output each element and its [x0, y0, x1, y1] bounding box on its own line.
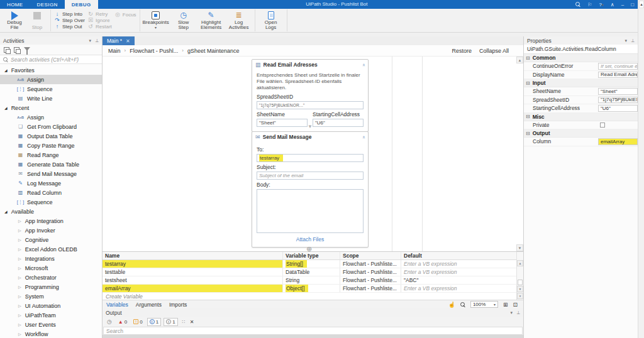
collapse-all-icon[interactable] — [14, 47, 19, 53]
filter-icon[interactable] — [24, 47, 30, 51]
displayname-field[interactable]: Read Email Adresses — [598, 72, 638, 79]
startingcelladdress-field[interactable]: "U6" — [313, 119, 364, 127]
scroll-up-icon[interactable]: ▲ — [517, 260, 523, 266]
panel-pin-icon[interactable]: ⊥ — [95, 38, 99, 43]
activity-tree-item[interactable]: ✎ Log Message — [0, 178, 102, 188]
collapse-all-button[interactable]: Collapse All — [479, 48, 509, 54]
close-tab-icon[interactable]: ✕ — [126, 38, 130, 44]
section-input[interactable]: ⊟Input — [524, 79, 638, 87]
breadcrumb-flowchart[interactable]: Flowchart - Pushl... — [130, 48, 178, 54]
tab-arguments[interactable]: Arguments — [136, 302, 162, 308]
fit-to-screen-icon[interactable]: ⊞ — [503, 302, 508, 308]
tree-section-recent[interactable]: ◢ Recent — [0, 103, 102, 112]
panel-dropdown-icon[interactable]: ▾ — [89, 38, 91, 43]
stop-button[interactable]: Stop — [26, 9, 48, 31]
activity-tree-item[interactable]: ▦ Output Data Table — [0, 131, 102, 141]
activity-tree-item[interactable]: [⋮] Sequence — [0, 84, 102, 94]
activity-category[interactable]: ▷ Orchestrator — [0, 273, 102, 282]
activity-tree-item[interactable]: ✉ Send Mail Message — [0, 169, 102, 178]
slow-step-button[interactable]: ◷ Slow Step — [170, 9, 197, 31]
restart-button[interactable]: ↺Restart — [87, 23, 112, 30]
panel-dropdown-icon[interactable]: ▾ — [625, 38, 627, 43]
activity-category[interactable]: ▷ UI Automation — [0, 301, 102, 310]
canvas-scroll-up-icon[interactable]: ▲ — [516, 57, 523, 63]
tab-main[interactable]: Main * ✕ — [103, 36, 135, 45]
log-activities-button[interactable]: ≣ Log Activities — [225, 9, 253, 31]
ribbon-tab-debug[interactable]: DEBUG — [65, 0, 98, 9]
step-out-button[interactable]: ↑Step Out — [54, 23, 85, 30]
pan-hand-icon[interactable]: ☝ — [448, 302, 455, 308]
activity-category[interactable]: ▷ Workflow — [0, 329, 102, 338]
zoom-to-selection-icon[interactable]: ⊡ — [513, 302, 518, 308]
activity-tree-item[interactable]: ▦ Generate Data Table — [0, 160, 102, 169]
collapse-ribbon-icon[interactable]: ∧ — [611, 2, 614, 8]
private-checkbox[interactable] — [600, 123, 605, 128]
column-output-field[interactable]: emailArray — [598, 138, 638, 145]
activity-tree-item[interactable]: ❏ Get From Clipboard — [0, 122, 102, 131]
tab-imports[interactable]: Imports — [169, 302, 187, 308]
activity-category[interactable]: ▷ Excel Addon OLEDB — [0, 244, 102, 254]
maximize-icon[interactable]: □ — [631, 2, 634, 8]
column-header-variable-type[interactable]: Variable type — [283, 252, 340, 259]
sheetname-field[interactable]: "Sheet" — [257, 119, 308, 127]
debug-file-button[interactable]: Debug File — [3, 9, 26, 31]
activity-category[interactable]: ▷ Microsoft — [0, 263, 102, 273]
activity-category[interactable]: ▷ User Events — [0, 320, 102, 329]
errors-filter-button[interactable]: ▲0 — [116, 319, 129, 325]
variables-scrollbar[interactable]: ▲ ▼ ▾ — [516, 252, 523, 300]
breadcrumb-gsheet-maintenance[interactable]: gSheet Maintenance — [187, 48, 240, 54]
sheetname-property-field[interactable]: "Sheet" — [598, 88, 638, 95]
activity-category[interactable]: ▷ App Integration — [0, 216, 102, 226]
zoom-level-select[interactable]: 100% ▾ — [470, 301, 498, 308]
minimize-icon[interactable]: – — [621, 2, 624, 8]
zoom-search-icon[interactable] — [460, 302, 465, 307]
attach-files-link[interactable]: Attach Files — [257, 236, 364, 243]
activity-read-email-adresses[interactable]: ▥ Read Email Adresses « Entsprechendes S… — [252, 59, 369, 132]
column-header-scope[interactable]: Scope — [340, 252, 401, 259]
to-field[interactable]: testarray — [257, 154, 364, 162]
activity-category[interactable]: ▷ Cognitive — [0, 235, 102, 244]
add-activity-icon[interactable]: ⊕ — [306, 245, 312, 251]
activity-category[interactable]: ▷ UiPathTeam — [0, 310, 102, 320]
spreadsheetid-field[interactable]: "1j7q75PjBUktENOR..." — [257, 101, 364, 109]
variable-row[interactable]: emailArray Object[] Flowchart - Pushlist… — [103, 285, 523, 293]
search-icon[interactable] — [575, 2, 580, 7]
info-filter-button[interactable]: i1 — [147, 318, 161, 326]
timestamp-toggle-button[interactable]: ◷ — [105, 318, 114, 325]
help-icon[interactable]: ?▾ — [599, 2, 603, 8]
highlight-elements-button[interactable]: ✎ Highlight Elements — [197, 9, 225, 31]
tree-section-available[interactable]: ◢ Available — [0, 207, 102, 216]
activity-category[interactable]: ▷ Programming — [0, 282, 102, 292]
spreadsheetid-property-field[interactable]: "1j7q75PjBUktENOR — [598, 97, 638, 104]
scroll-thumb[interactable] — [518, 280, 523, 285]
variable-row[interactable]: testsheet String Flowchart - Pushliste..… — [103, 276, 523, 285]
expand-all-icon[interactable] — [4, 47, 9, 53]
activity-category[interactable]: ▷ Integrations — [0, 254, 102, 263]
activity-tree-item[interactable]: A+B Assign — [0, 112, 102, 122]
activity-tree-item[interactable]: ▦ Copy Paste Range — [0, 141, 102, 150]
open-logs-button[interactable]: Open Logs — [257, 9, 285, 31]
wrap-lines-icon[interactable]: ∷ — [182, 319, 186, 325]
workflow-canvas[interactable]: ▥ Read Email Adresses « Entsprechendes S… — [103, 57, 523, 251]
feedback-flag-icon[interactable]: ⚐ — [587, 2, 592, 8]
ribbon-tab-home[interactable]: HOME — [0, 0, 30, 9]
create-variable-link[interactable]: Create Variable — [103, 293, 523, 300]
activity-tree-item[interactable]: [⋮] Sequence — [0, 197, 102, 207]
activity-tree-item[interactable]: ▤ Write Line — [0, 94, 102, 103]
activity-send-mail-message[interactable]: ✉ Send Mail Message « To: testarray Subj… — [252, 131, 369, 248]
output-search-box[interactable]: Search — [103, 327, 523, 335]
activity-tree-item[interactable]: ▦ Read Range — [0, 150, 102, 160]
activity-category[interactable]: ▷ System — [0, 292, 102, 301]
ignore-button[interactable]: ☒Ignore — [87, 18, 112, 24]
variable-row[interactable]: testtable DataTable Flowchart - Pushlist… — [103, 268, 523, 276]
activity-tree-item[interactable]: ▥ Read Column — [0, 188, 102, 197]
panel-pin-icon[interactable]: ⊥ — [631, 38, 635, 43]
focus-button[interactable]: ◎Focus — [114, 11, 136, 18]
scroll-up-icon[interactable]: ▲ — [639, 1, 644, 8]
panel-dropdown-icon[interactable]: ▾ — [510, 310, 513, 315]
startingcelladdress-property-field[interactable]: "U6" — [598, 105, 638, 112]
ribbon-tab-design[interactable]: DESIGN — [30, 0, 65, 9]
column-header-name[interactable]: Name — [103, 252, 283, 259]
body-field[interactable] — [257, 189, 364, 233]
collapse-chevron-icon[interactable]: « — [360, 136, 366, 138]
